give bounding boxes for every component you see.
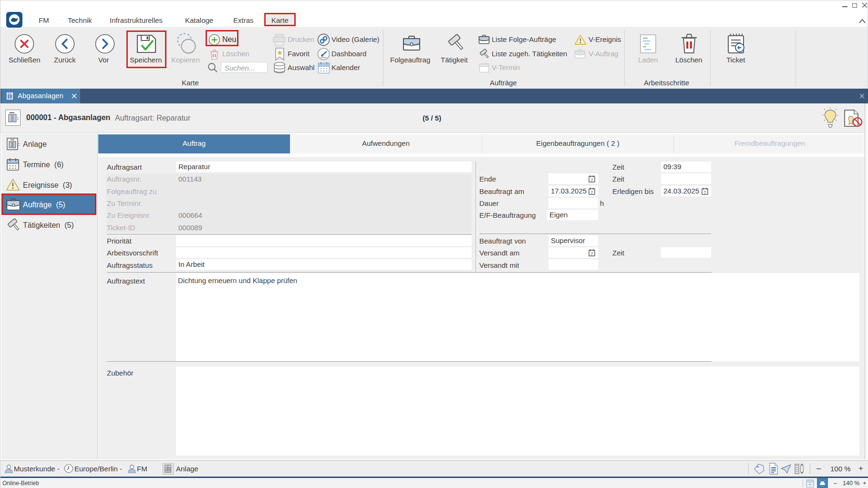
svg-text:7: 7 bbox=[590, 178, 593, 183]
svg-text:7: 7 bbox=[590, 252, 593, 256]
svg-text:7: 7 bbox=[703, 190, 706, 195]
svg-text:7: 7 bbox=[590, 190, 593, 195]
